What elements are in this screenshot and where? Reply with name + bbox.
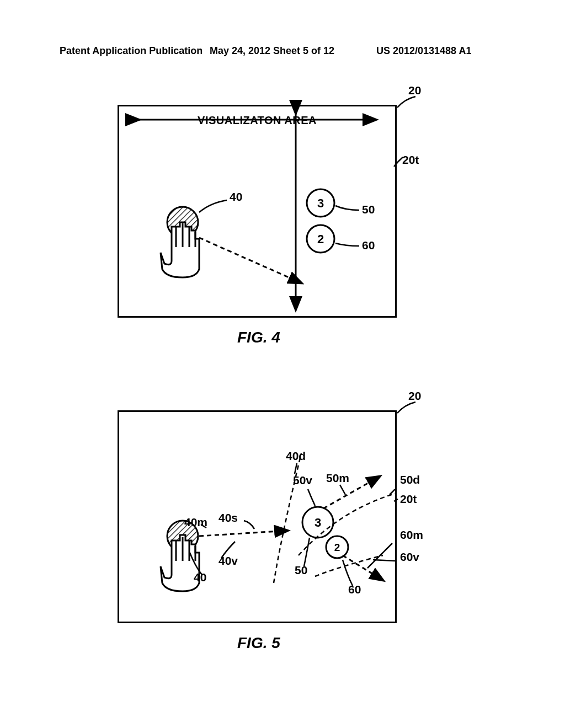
ref-40-fig5: 40 [194, 571, 206, 584]
svg-text:2: 2 [334, 542, 340, 553]
ref-40d: 40d [286, 449, 306, 463]
ref-50-fig5: 50 [295, 564, 307, 577]
ref-60v: 60v [400, 550, 419, 564]
header-patent-number: US 2012/0131488 A1 [376, 45, 471, 57]
ref-20t-fig5: 20t [400, 493, 417, 506]
svg-text:3: 3 [315, 516, 321, 529]
figure-5-caption: FIG. 5 [237, 634, 280, 652]
ref-20-fig4: 20 [408, 84, 421, 97]
ref-50: 50 [362, 203, 375, 216]
ref-50v: 50v [293, 474, 312, 487]
leader-20-fig5 [396, 402, 418, 416]
svg-line-8 [199, 238, 301, 283]
svg-text:2: 2 [317, 232, 324, 246]
ref-60m: 60m [400, 528, 423, 542]
ref-50d: 50d [400, 473, 420, 486]
header-publication: Patent Application Publication [60, 45, 202, 57]
ref-60-fig5: 60 [348, 583, 361, 596]
figure-4-caption: FIG. 4 [237, 329, 280, 346]
ref-20-fig5: 20 [408, 389, 421, 403]
figure-5-box: 3 2 [118, 410, 397, 623]
header-date-sheet: May 24, 2012 Sheet 5 of 12 [210, 45, 334, 57]
figure-4-box: VISUALIZATON AREA 3 2 [118, 105, 397, 318]
ref-40v: 40v [218, 554, 238, 568]
figure-4-svg: 3 2 [119, 106, 395, 316]
ref-40: 40 [230, 190, 242, 204]
leader-20t-fig4 [386, 156, 406, 169]
ref-60: 60 [362, 239, 375, 252]
ref-50m: 50m [326, 472, 349, 485]
ref-40m: 40m [184, 516, 207, 529]
leader-20-fig4 [396, 97, 418, 110]
svg-text:3: 3 [317, 196, 324, 210]
ref-40s: 40s [218, 511, 238, 524]
svg-line-19 [199, 531, 287, 536]
